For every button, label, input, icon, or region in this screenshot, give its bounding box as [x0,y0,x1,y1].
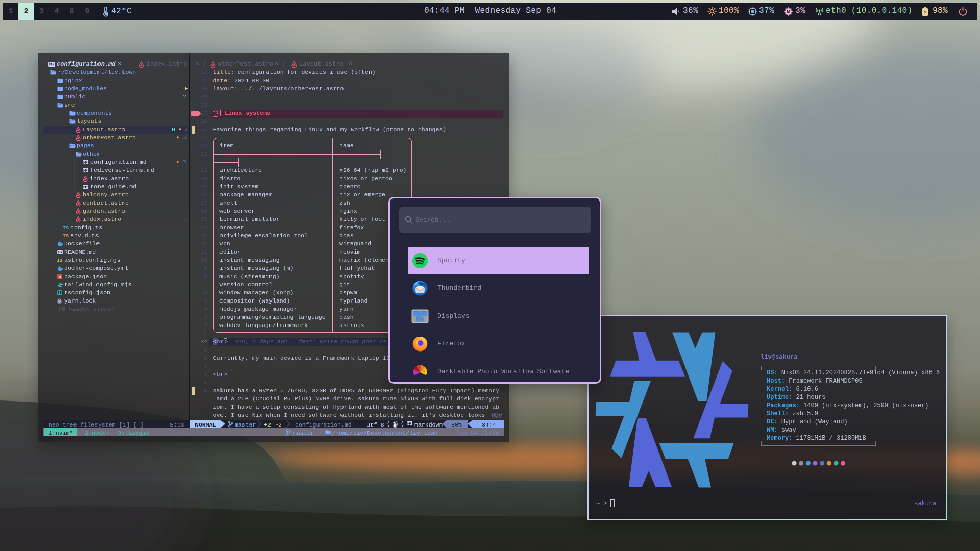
svg-text:M: M [787,9,790,14]
